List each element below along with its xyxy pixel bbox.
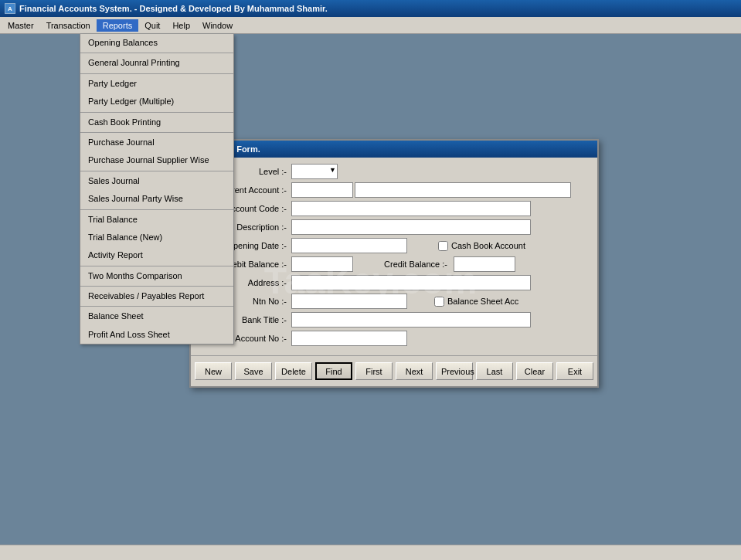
menu-item-balance-sheet[interactable]: Balance Sheet: [80, 307, 233, 325]
menu-bar: Master Transaction Reports Quit Help Win…: [0, 17, 741, 34]
menu-reports[interactable]: Reports: [97, 19, 139, 32]
divider-7: [80, 266, 233, 266]
menu-master[interactable]: Master: [2, 19, 40, 32]
level-row: Level :- ▼: [199, 164, 590, 179]
last-button[interactable]: Last: [476, 362, 513, 380]
ntn-input[interactable]: [291, 294, 407, 309]
status-bar: [0, 545, 741, 560]
new-button[interactable]: New: [195, 362, 232, 380]
balance-sheet-checkbox[interactable]: [434, 297, 444, 307]
bank-title-input[interactable]: [291, 312, 531, 328]
first-button[interactable]: First: [355, 362, 393, 380]
balance-sheet-checkbox-wrapper: Balance Sheet Acc: [434, 297, 518, 307]
menu-help[interactable]: Help: [166, 19, 196, 32]
dialog-title: Accounts Form.: [191, 141, 597, 158]
reports-dropdown: Opening Balances General Jounral Printin…: [80, 34, 234, 344]
cash-book-label: Cash Book Account: [451, 241, 525, 250]
divider-9: [80, 306, 233, 307]
menu-item-purchase-journal[interactable]: Purchase Journal: [80, 134, 233, 151]
address-row: Address :-: [199, 275, 590, 290]
next-button[interactable]: Next: [396, 362, 433, 380]
divider-6: [80, 209, 233, 210]
description-row: Description :-: [199, 219, 590, 235]
accounts-form-dialog: Accounts Form. Level :- ▼ Parent Account…: [189, 139, 599, 388]
bank-title-row: Bank Title :-: [199, 312, 590, 328]
balance-row: Debit Balance :- Credit Balance :-: [199, 256, 590, 272]
divider-2: [80, 73, 233, 74]
divider-4: [80, 132, 233, 133]
delete-button[interactable]: Delete: [275, 362, 312, 380]
button-bar: New Save Delete Find First Next Previous…: [191, 355, 597, 386]
menu-quit[interactable]: Quit: [138, 19, 166, 32]
level-select[interactable]: [291, 164, 338, 179]
save-button[interactable]: Save: [235, 362, 272, 380]
exit-button[interactable]: Exit: [556, 362, 593, 380]
level-select-wrapper: ▼: [291, 164, 338, 179]
menu-item-trial-balance-new[interactable]: Trial Balance (New): [80, 229, 233, 246]
cash-book-checkbox[interactable]: [438, 241, 448, 251]
menu-item-purchase-journal-supplier[interactable]: Purchase Journal Supplier Wise: [80, 151, 233, 169]
opening-date-input[interactable]: [291, 238, 407, 253]
title-bar-label: Financial Accounts System. - Designed & …: [19, 4, 328, 13]
menu-item-profit-loss[interactable]: Profit And Loss Sheet: [80, 326, 233, 344]
bank-account-input[interactable]: [291, 331, 407, 346]
menu-transaction[interactable]: Transaction: [40, 19, 97, 32]
menu-item-activity-report[interactable]: Activity Report: [80, 246, 233, 264]
account-code-input[interactable]: [291, 201, 531, 216]
divider-1: [80, 53, 233, 53]
menu-item-party-ledger[interactable]: Party Ledger: [80, 75, 233, 93]
cash-book-checkbox-wrapper: Cash Book Account: [438, 241, 525, 251]
menu-item-sales-journal[interactable]: Sales Journal: [80, 172, 233, 190]
credit-balance-label: Credit Balance :-: [359, 260, 452, 269]
account-code-row: Account Code :-: [199, 201, 590, 216]
title-bar: A Financial Accounts System. - Designed …: [0, 0, 741, 17]
menu-item-two-months-comparison[interactable]: Two Months Comparison: [80, 267, 233, 285]
parent-account-row: Parent Account :-: [199, 182, 590, 198]
ntn-row: Ntn No :- Balance Sheet Acc: [199, 294, 590, 309]
menu-item-party-ledger-multiple[interactable]: Party Ledger (Multiple): [80, 93, 233, 110]
clear-button[interactable]: Clear: [516, 362, 553, 380]
divider-8: [80, 286, 233, 287]
address-input[interactable]: [291, 275, 531, 290]
menu-item-trial-balance[interactable]: Trial Balance: [80, 211, 233, 229]
menu-item-general-journal[interactable]: General Jounral Printing: [80, 54, 233, 72]
find-button[interactable]: Find: [315, 362, 352, 380]
balance-sheet-label: Balance Sheet Acc: [447, 297, 518, 306]
dialog-body: Level :- ▼ Parent Account :- Account Cod…: [191, 158, 597, 355]
parent-account-input2[interactable]: [355, 182, 571, 198]
divider-5: [80, 171, 233, 171]
bank-account-row: Bank Account No :-: [199, 331, 590, 346]
app-icon: A: [5, 3, 15, 14]
menu-item-opening-balances[interactable]: Opening Balances: [80, 34, 233, 52]
parent-account-input1[interactable]: [291, 182, 353, 198]
debit-balance-input[interactable]: [291, 256, 353, 272]
menu-item-sales-journal-party[interactable]: Sales Journal Party Wise: [80, 190, 233, 208]
description-input[interactable]: [291, 219, 531, 235]
divider-3: [80, 112, 233, 113]
menu-item-cash-book-printing[interactable]: Cash Book Printing: [80, 114, 233, 131]
menu-window[interactable]: Window: [196, 19, 239, 32]
credit-balance-input[interactable]: [454, 256, 515, 272]
menu-item-receivables-payables[interactable]: Receivables / Payables Report: [80, 287, 233, 305]
opening-date-row: Opening Date :- Cash Book Account: [199, 238, 590, 253]
previous-button[interactable]: Previous: [436, 362, 473, 380]
